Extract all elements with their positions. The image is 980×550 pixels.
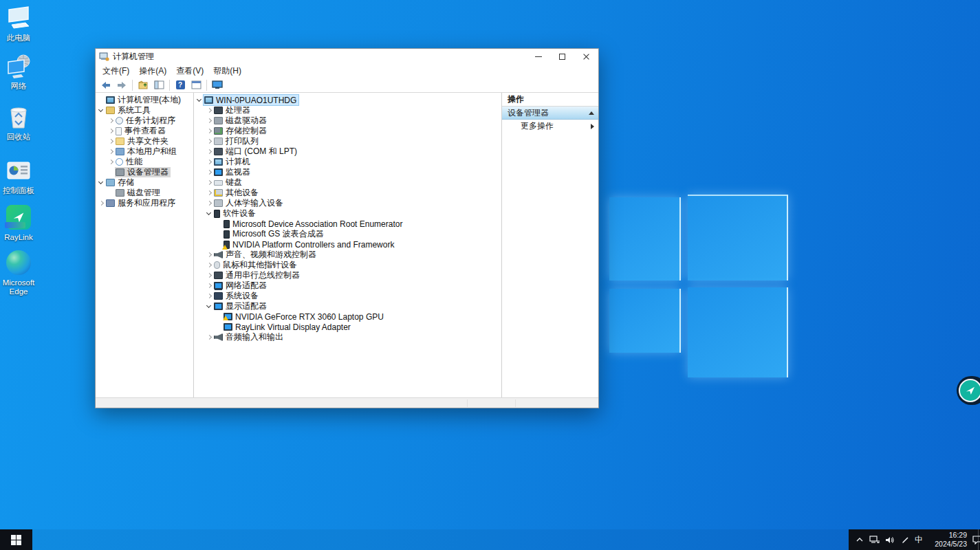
desktop-icon-label: 回收站 [0,133,40,142]
forward-arrow-icon [117,81,127,89]
console-tree-item[interactable]: 性能 [96,157,193,167]
device-tree-item[interactable]: 计算机 [194,157,501,167]
desktop-icon-label: 网络 [0,82,40,91]
help-button[interactable] [173,79,187,91]
network-tray-button[interactable] [869,534,880,545]
chevron-collapsed-icon[interactable] [206,117,213,124]
console-tree-toggle-button[interactable] [152,79,166,91]
console-tree-item[interactable]: 本地用户和组 [96,146,193,157]
chevron-collapsed-icon[interactable] [107,127,115,135]
title-bar[interactable]: 计算机管理 [96,49,598,65]
properties-button[interactable] [189,79,203,91]
forward-button[interactable] [115,79,129,91]
device-tree-item[interactable]: 通用串行总线控制器 [194,270,501,280]
menu-item-1[interactable]: 操作(A) [134,65,171,78]
console-tree-item[interactable]: 任务计划程序 [96,116,193,126]
device-tree-item[interactable]: 显示适配器 [194,301,501,311]
storage-controller-icon [214,127,223,135]
maximize-button[interactable] [550,49,574,65]
chevron-collapsed-icon[interactable] [206,272,213,279]
console-tree-item[interactable]: 共享文件夹 [96,136,193,146]
raylink-floating-widget[interactable] [957,376,980,405]
chevron-expanded-icon[interactable] [206,210,213,217]
device-tree-item[interactable]: RayLink Virtual Display Adapter [194,322,501,332]
statusbar-separator [515,399,516,407]
chevron-collapsed-icon[interactable] [107,158,115,166]
desktop-icon-control-panel[interactable]: 控制面板 [0,157,40,195]
chevron-collapsed-icon[interactable] [206,158,213,166]
chevron-collapsed-icon[interactable] [206,189,213,197]
chevron-collapsed-icon[interactable] [206,127,213,135]
desktop-icon-recycle-bin[interactable]: 回收站 [0,103,40,142]
chevron-collapsed-icon[interactable] [206,261,213,269]
console-tree-item[interactable]: 计算机管理(本地) [96,95,193,105]
device-tree-item[interactable]: Microsoft GS 波表合成器 [194,229,501,239]
device-tree-item[interactable]: 打印队列 [194,136,501,146]
chevron-collapsed-icon[interactable] [206,251,213,258]
start-button[interactable] [0,529,32,550]
more-actions-item[interactable]: 更多操作 [502,120,598,133]
chevron-collapsed-icon[interactable] [206,138,213,145]
taskbar-clock[interactable]: 16:29 2024/5/23 [927,531,967,549]
desktop-icon-edge[interactable]: Microsoft Edge [0,249,40,296]
menu-item-0[interactable]: 文件(F) [98,65,134,78]
show-hidden-icons-button[interactable] [854,534,865,545]
chevron-collapsed-icon[interactable] [206,199,213,207]
volume-tray-button[interactable] [884,534,895,545]
device-tree-item[interactable]: NVIDIA Platform Controllers and Framewor… [194,239,501,250]
chevron-collapsed-icon[interactable] [206,282,213,289]
console-tree-item[interactable]: 服务和应用程序 [96,198,193,208]
chevron-collapsed-icon[interactable] [107,148,115,155]
device-tree-item[interactable]: WIN-0PUAO1UTHDG [194,95,501,105]
actions-group-device-manager[interactable]: 设备管理器 [502,107,598,120]
device-tree-item[interactable]: 端口 (COM 和 LPT) [194,146,501,157]
chevron-collapsed-icon[interactable] [206,179,213,186]
close-button[interactable] [574,49,598,65]
minimize-button[interactable] [526,49,550,65]
desktop-icon-raylink[interactable]: RayLink [0,204,40,242]
chevron-collapsed-icon[interactable] [107,117,115,124]
device-tree-item[interactable]: 存储控制器 [194,126,501,136]
chevron-expanded-icon[interactable] [206,302,213,310]
chevron-expanded-icon[interactable] [98,179,105,186]
device-tree-item[interactable]: 监视器 [194,167,501,177]
device-tree-item[interactable]: 其他设备 [194,188,501,198]
chevron-collapsed-icon[interactable] [98,199,105,207]
device-tree-item[interactable]: 处理器 [194,105,501,116]
item-label: NVIDIA Platform Controllers and Framewor… [232,240,394,250]
device-tree-item[interactable]: 人体学输入设备 [194,198,501,208]
chevron-expanded-icon[interactable] [98,107,105,114]
pen-tray-button[interactable] [900,534,911,545]
device-tree-item[interactable]: 键盘 [194,177,501,188]
device-tree-item[interactable]: NVIDIA GeForce RTX 3060 Laptop GPU [194,311,501,322]
device-tree-item[interactable]: 网络适配器 [194,280,501,291]
monitor-view-button[interactable] [210,79,224,91]
device-tree-item[interactable]: 软件设备 [194,208,501,219]
device-tree-item[interactable]: 声音、视频和游戏控制器 [194,250,501,260]
device-tree-item[interactable]: 音频输入和输出 [194,332,501,342]
console-tree-item[interactable]: 系统工具 [96,105,193,116]
back-button[interactable] [99,79,113,91]
console-tree-item[interactable]: 设备管理器 [96,167,193,177]
chevron-collapsed-icon[interactable] [107,138,115,145]
collapse-arrow-icon[interactable] [589,111,594,115]
chevron-collapsed-icon[interactable] [206,292,213,300]
up-folder-button[interactable] [136,79,150,91]
chevron-collapsed-icon[interactable] [206,168,213,176]
chevron-collapsed-icon[interactable] [206,107,213,114]
chevron-collapsed-icon[interactable] [206,148,213,155]
device-tree-item[interactable]: Microsoft Device Association Root Enumer… [194,219,501,229]
desktop-icon-network[interactable]: 网络 [0,52,40,91]
menu-item-2[interactable]: 查看(V) [171,65,208,78]
device-tree-item[interactable]: 磁盘驱动器 [194,116,501,126]
device-tree-item[interactable]: 鼠标和其他指针设备 [194,260,501,270]
chevron-expanded-icon[interactable] [196,96,204,104]
console-tree-item[interactable]: 磁盘管理 [96,188,193,198]
chevron-collapsed-icon[interactable] [206,333,213,341]
desktop-icon-this-pc[interactable]: 此电脑 [0,4,40,43]
ime-indicator[interactable]: 中 [915,536,923,544]
menu-item-3[interactable]: 帮助(H) [208,65,246,78]
console-tree-item[interactable]: 存储 [96,177,193,188]
device-tree-item[interactable]: 系统设备 [194,291,501,301]
console-tree-item[interactable]: 事件查看器 [96,126,193,136]
